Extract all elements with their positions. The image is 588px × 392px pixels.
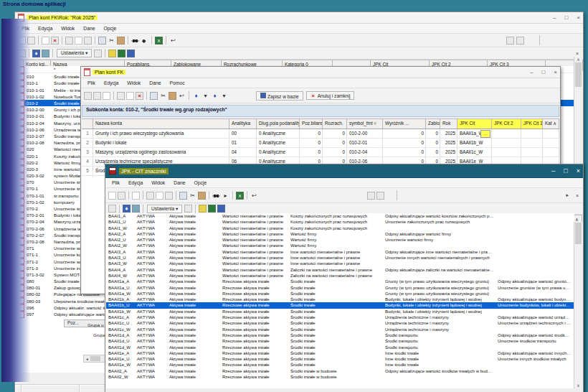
jpk-marker-row[interactable]: BAAI1_A AKTYWA Aktywa trwałe Wartości ni… [106,213,574,219]
maximize-icon[interactable]: □ [564,14,568,21]
delete-row-icon[interactable]: × [136,92,143,100]
excel-export-icon[interactable]: x [236,192,244,200]
move-down-menu-icon[interactable]: ▾ [220,92,228,100]
print-icon[interactable] [146,192,154,200]
close-icon[interactable]: × [577,14,580,21]
filter-icon[interactable] [367,192,375,200]
jpk-marker-row[interactable]: BAAI4_A AKTYWA Aktywa trwałe Wartości ni… [106,267,574,273]
navigate-icon[interactable]: ♦ [32,50,40,57]
find-next-icon[interactable]: ▸ [222,192,229,200]
paste-icon[interactable] [169,92,176,100]
copy-icon[interactable] [150,92,158,100]
jpk-marker-row[interactable]: BAAII2_A AKTYWA Aktywa trwałe Rzeczowe a… [106,368,574,374]
panel-close-icon[interactable]: × [576,193,579,198]
edit-form-icon[interactable] [42,37,49,45]
minimize-icon[interactable]: – [553,14,556,21]
window-cascade-icon[interactable] [127,50,135,57]
copy-icon[interactable] [98,37,106,45]
refresh-icon[interactable] [165,192,173,200]
menu-item[interactable]: Widok [57,25,78,32]
jpk-marker-row[interactable]: BAAII1c_A AKTYWA Aktywa trwałe Rzeczowe … [106,314,574,320]
move-up-icon[interactable]: ♦ [192,92,200,100]
jpk-marker-row[interactable]: BAAII1a_W AKTYWA Aktywa trwałe Rzeczowe … [106,291,574,297]
jpk-marker-row[interactable]: BAAII1b_A AKTYWA Aktywa trwałe Rzeczowe … [106,297,574,302]
save-to-db-button[interactable]: Zapisz w bazie [256,91,303,101]
edit-form-icon[interactable] [132,192,140,200]
jpk-marker-row[interactable]: BAAII1e_U AKTYWA Aktywa trwałe Rzeczowe … [106,356,574,362]
jpk-marker-row[interactable]: BAAI3_A AKTYWA Aktywa trwałe Wartości ni… [106,249,574,255]
menu-item[interactable]: Plik [18,25,33,32]
refresh-icon[interactable] [84,37,92,45]
ustawienia-button[interactable]: Ustawienia ▾ [57,49,92,57]
clear-icon[interactable] [103,92,110,100]
menu-item[interactable]: Opcje [100,25,120,32]
undo-icon[interactable]: ↩ [169,37,177,45]
header-rozrach[interactable]: Rozrach. [323,119,347,129]
minimize-icon[interactable]: – [530,69,533,75]
menu-item[interactable]: Dane [146,80,164,86]
menu-item[interactable]: Dane [170,179,189,186]
move-up-menu-icon[interactable]: ▾ [201,92,209,100]
jpk-marker-row[interactable]: BAAII1d_A AKTYWA Aktywa trwałe Rzeczowe … [106,332,574,338]
maximize-icon[interactable]: □ [564,167,567,174]
cut-icon[interactable]: ✂ [108,37,115,45]
print-preview-icon[interactable] [75,37,82,45]
subaccount-row[interactable]: 1 Grunty i ich prawo wieczystego użytkow… [82,129,559,139]
header-symbol-fmt[interactable]: symbol_fmt ▿ [347,119,383,129]
jpk-marker-row[interactable]: BAAII1e_A AKTYWA Aktywa trwałe Rzeczowe … [106,350,574,356]
jpk-marker-row[interactable]: BAAII1e_W AKTYWA Aktywa trwałe Rzeczowe … [106,362,574,368]
grid-view-icon[interactable] [42,50,49,57]
win3-titlebar[interactable]: JPK - CIT znaczniki – □ × [105,164,583,178]
jpk-marker-row[interactable]: BAAI1_W AKTYWA Aktywa trwałe Wartości ni… [106,225,574,231]
cut-icon[interactable]: ✂ [189,192,196,200]
scroll-down-icon[interactable]: ∨ [574,383,582,388]
print-icon[interactable] [65,37,73,45]
undo-icon[interactable]: ↩ [250,192,258,200]
new-document-icon[interactable] [18,37,26,45]
window-cascade-icon[interactable] [217,205,225,213]
win2-titlebar[interactable]: Plan kont FK – □ × [81,67,560,78]
copy-icon[interactable] [179,192,187,200]
jpk-marker-row[interactable]: BAAII1d_W AKTYWA Aktywa trwałe Rzeczowe … [106,345,574,350]
paste-icon[interactable] [117,37,125,45]
cut-icon[interactable]: ✂ [159,92,167,100]
subaccount-row[interactable]: 2 Budynki i lokale 01 0 Analityczne 0 0 … [82,139,559,148]
jpk-marker-row[interactable]: BAAII1c_U AKTYWA Aktywa trwałe Rzeczowe … [106,320,574,326]
jpk-marker-row[interactable]: BAAI4_W AKTYWA Aktywa trwałe Wartości ni… [106,273,574,279]
excel-export-icon[interactable]: x [155,37,163,45]
jpk-marker-row[interactable]: BAAII2_W AKTYWA Aktywa trwałe Rzeczowe a… [106,374,574,380]
menu-item[interactable]: Edycja [34,25,56,32]
scroll-left-icon[interactable]: ◂ [84,357,90,361]
panel-expand-icon[interactable]: ▸ [566,192,569,198]
jpk-marker-row[interactable]: BAAII1c_W AKTYWA Aktywa trwałe Rzeczowe … [106,327,574,332]
header-wyroznik[interactable]: Wyróżnik ... [383,119,426,129]
print-preview-icon[interactable] [156,192,163,200]
scroll-up-icon[interactable]: ∧ [574,57,582,62]
properties-icon[interactable] [27,37,35,45]
minimize-icon[interactable]: – [551,167,555,174]
jpk-marker-row[interactable]: BAAI2_U AKTYWA Aktywa trwałe Wartości ni… [106,237,574,243]
settings-properties-icon[interactable] [94,50,102,57]
find-next-icon[interactable]: ▸ [141,37,148,45]
properties-icon[interactable] [117,92,125,100]
ustawienia-button[interactable]: Ustawienia ▾ [147,205,182,213]
jpk-marker-row[interactable]: BAAII1a_A AKTYWA Aktywa trwałe Rzeczowe … [106,279,574,284]
delete-icon[interactable]: × [51,37,59,45]
jpk-marker-row[interactable]: BAAII1b_W AKTYWA Aktywa trwałe Rzeczowe … [106,309,574,314]
column-filter-icon[interactable] [376,192,384,200]
navigate-icon[interactable]: ♦ [123,205,131,213]
header-rok[interactable]: Rok [440,119,457,129]
win3-vertical-scrollbar[interactable]: ∨ [574,222,582,388]
export-tree-icon[interactable] [108,205,116,213]
find-icon[interactable] [212,192,220,200]
close-icon[interactable]: × [554,69,557,75]
header-jpk-cit-2[interactable]: JPK Cit 2 [492,119,521,129]
menu-item[interactable]: Widok [148,179,169,186]
filter-icon[interactable] [506,37,514,45]
window-split-icon[interactable] [118,50,125,57]
subaccount-row[interactable]: 3 Maszyny, urządzenia ogólnego zastosowa… [82,148,559,157]
window-split-icon[interactable] [208,205,216,213]
properties-icon[interactable] [118,192,125,200]
jpk-picker-button[interactable]: ... [480,130,490,138]
menu-item[interactable]: Plik [108,179,123,186]
